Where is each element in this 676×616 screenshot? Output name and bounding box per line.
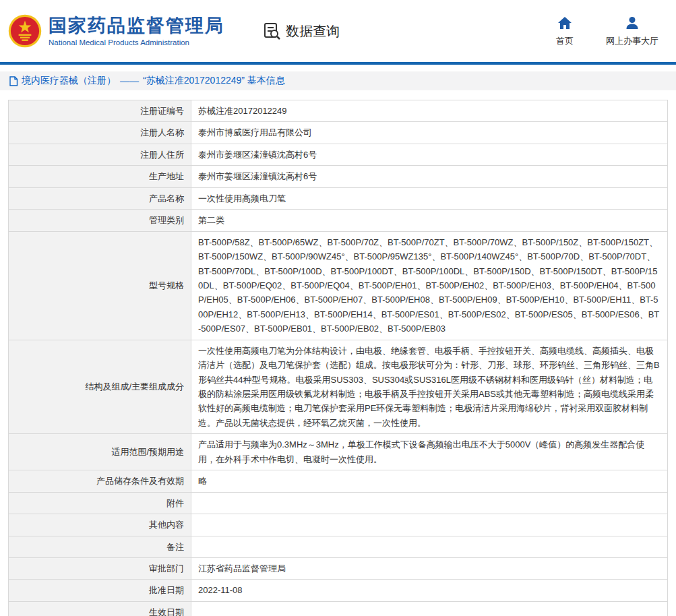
person-icon: [625, 16, 639, 30]
table-row: 审批部门江苏省药品监督管理局: [9, 557, 668, 579]
row-value: [191, 601, 668, 616]
registration-info-table: 注册证编号苏械注准20172012249注册人名称泰州市博威医疗用品有限公司注册…: [8, 100, 668, 616]
row-label: 结构及组成/主要组成成分: [9, 340, 191, 434]
table-row: 其他内容: [9, 514, 668, 536]
table-row: 注册人住所泰州市姜堰区溱潼镇沈高村6号: [9, 144, 668, 165]
row-label: 产品名称: [9, 187, 191, 209]
nav-service-hall[interactable]: 网上办事大厅: [606, 16, 658, 47]
row-label: 管理类别: [9, 210, 191, 231]
data-query-icon: [264, 22, 281, 40]
nav-home[interactable]: 首页: [556, 16, 574, 47]
row-label: 注册人名称: [9, 122, 191, 144]
row-value: 产品适用于与频率为0.3MHz～3MHz，单极工作模式下设备高频输出电压不大于5…: [191, 434, 668, 470]
row-value: 泰州市博威医疗用品有限公司: [191, 122, 668, 144]
breadcrumb-separator: ——: [120, 75, 139, 86]
row-label: 批准日期: [9, 580, 191, 601]
row-value: 第二类: [191, 210, 668, 231]
table-row: 生效日期: [9, 601, 668, 616]
table-row: 附件: [9, 492, 668, 514]
row-label: 适用范围/预期用途: [9, 434, 191, 470]
row-label: 生效日期: [9, 601, 191, 616]
header-right-nav: 首页 网上办事大厅: [556, 16, 665, 47]
row-value: 泰州市姜堰区溱潼镇沈高村6号: [191, 144, 668, 165]
row-value: 江苏省药品监督管理局: [191, 557, 668, 579]
nav-home-label: 首页: [556, 35, 574, 47]
row-label: 注册证编号: [9, 100, 191, 122]
row-value: 2022-11-08: [191, 580, 668, 601]
table-row: 产品名称一次性使用高频电刀笔: [9, 187, 668, 209]
table-row: 管理类别第二类: [9, 210, 668, 231]
row-value: 苏械注准20172012249: [191, 100, 668, 122]
data-query-label: 数据查询: [286, 22, 340, 40]
row-value: 一次性使用高频电刀笔: [191, 187, 668, 209]
table-row: 型号规格BT-500P/58Z、BT-500P/65WZ、BT-500P/70Z…: [9, 231, 668, 340]
org-name-cn: 国家药品监督管理局: [49, 16, 224, 36]
header: 国家药品监督管理局 National Medical Products Admi…: [0, 0, 676, 62]
table-row: 备注: [9, 536, 668, 557]
org-title-block: 国家药品监督管理局 National Medical Products Admi…: [49, 16, 224, 47]
row-value: 略: [191, 470, 668, 492]
table-row: 注册证编号苏械注准20172012249: [9, 100, 668, 122]
row-label: 型号规格: [9, 231, 191, 340]
header-divider: [0, 62, 676, 65]
row-label: 生产地址: [9, 166, 191, 187]
document-icon: [9, 76, 18, 86]
info-table-body: 注册证编号苏械注准20172012249注册人名称泰州市博威医疗用品有限公司注册…: [9, 100, 668, 616]
nav-data-query[interactable]: 数据查询: [264, 22, 340, 40]
row-value: [191, 536, 668, 557]
nav-service-hall-label: 网上办事大厅: [606, 35, 658, 47]
row-value: 泰州市姜堰区溱潼镇沈高村6号: [191, 166, 668, 187]
row-label: 审批部门: [9, 557, 191, 579]
breadcrumb-section[interactable]: 境内医疗器械（注册）: [22, 75, 116, 87]
row-label: 注册人住所: [9, 144, 191, 165]
row-label: 附件: [9, 492, 191, 514]
table-row: 适用范围/预期用途产品适用于与频率为0.3MHz～3MHz，单极工作模式下设备高…: [9, 434, 668, 470]
table-row: 批准日期2022-11-08: [9, 580, 668, 601]
table-row: 产品储存条件及有效期略: [9, 470, 668, 492]
row-value: 一次性使用高频电刀笔为分体结构设计，由电极、绝缘套管、电极手柄、手控按钮开关、高…: [191, 340, 668, 434]
breadcrumb: 境内医疗器械（注册） —— “苏械注准20172012249” 基本信息: [0, 71, 676, 90]
row-label: 其他内容: [9, 514, 191, 536]
table-row: 生产地址泰州市姜堰区溱潼镇沈高村6号: [9, 166, 668, 187]
table-row: 结构及组成/主要组成成分一次性使用高频电刀笔为分体结构设计，由电极、绝缘套管、电…: [9, 340, 668, 434]
row-value: [191, 492, 668, 514]
row-value: [191, 514, 668, 536]
row-label: 产品储存条件及有效期: [9, 470, 191, 492]
national-emblem-logo: [8, 14, 42, 48]
page-title: “苏械注准20172012249” 基本信息: [143, 75, 285, 87]
row-label: 备注: [9, 536, 191, 557]
row-value: BT-500P/58Z、BT-500P/65WZ、BT-500P/70Z、BT-…: [191, 231, 668, 340]
table-row: 注册人名称泰州市博威医疗用品有限公司: [9, 122, 668, 144]
org-name-en: National Medical Products Administration: [49, 38, 224, 47]
home-icon: [557, 16, 572, 30]
